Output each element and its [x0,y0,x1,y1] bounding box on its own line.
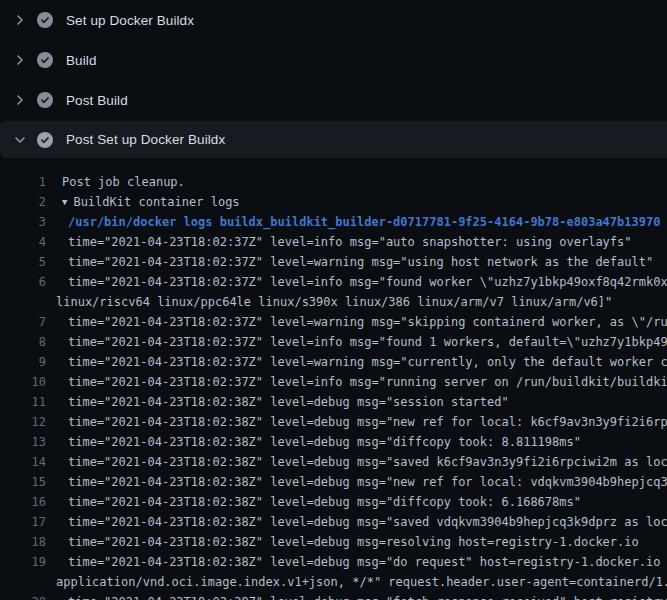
log-line: 1Post job cleanup. [0,172,667,192]
log-text: time="2021-04-23T18:02:37Z" level=info m… [46,332,667,352]
log-text: time="2021-04-23T18:02:38Z" level=debug … [46,552,667,572]
log-line: 2▼BuildKit container logs [0,192,667,212]
log-text-continuation: application/vnd.oci.image.index.v1+json,… [0,572,667,592]
log-text: time="2021-04-23T18:02:38Z" level=debug … [46,412,667,432]
step-label: Post Build [66,93,128,108]
log-text: Post job cleanup. [46,172,185,192]
log-text: time="2021-04-23T18:02:38Z" level=debug … [46,532,639,552]
log-line: 17time="2021-04-23T18:02:38Z" level=debu… [0,512,667,532]
line-number-link[interactable]: 18 [0,532,46,552]
line-number-link[interactable]: 17 [0,512,46,532]
log-text: time="2021-04-23T18:02:37Z" level=info m… [46,272,667,292]
line-number-link[interactable]: 6 [0,272,46,292]
check-circle-icon [37,52,53,68]
line-number-link[interactable]: 12 [0,412,46,432]
triangle-down-icon: ▼ [62,192,67,212]
group-label: BuildKit container logs [73,195,239,209]
log-group-header: ▼BuildKit container logs [46,192,240,212]
line-number-link[interactable]: 14 [0,452,46,472]
line-number-link[interactable]: 3 [0,212,46,232]
log-text: time="2021-04-23T18:02:37Z" level=info m… [46,372,667,392]
check-circle-icon [37,92,53,108]
log-line: 13time="2021-04-23T18:02:38Z" level=debu… [0,432,667,452]
line-number-link[interactable]: 15 [0,472,46,492]
line-number-link[interactable]: 10 [0,372,46,392]
chevron-down-icon [12,132,28,148]
chevron-right-icon [12,52,28,68]
step-header-set-up-docker-buildx[interactable]: Set up Docker Buildx [0,0,667,40]
log-line: 9time="2021-04-23T18:02:37Z" level=warni… [0,352,667,372]
line-number-link[interactable]: 7 [0,312,46,332]
log-text: time="2021-04-23T18:02:38Z" level=debug … [46,512,667,532]
log-line: 3/usr/bin/docker logs buildx_buildkit_bu… [0,212,667,232]
line-number-link[interactable]: 13 [0,432,46,452]
log-line: 6time="2021-04-23T18:02:37Z" level=info … [0,272,667,292]
chevron-right-icon [12,92,28,108]
group-collapse-toggle[interactable]: ▼BuildKit container logs [62,195,240,209]
line-number-link[interactable]: 20 [0,592,46,600]
log-line: 20time="2021-04-23T18:02:38Z" level=debu… [0,592,667,600]
log-command-text: /usr/bin/docker logs buildx_buildkit_bui… [46,212,660,232]
line-number-link[interactable]: 9 [0,352,46,372]
log-text: time="2021-04-23T18:02:38Z" level=debug … [46,452,667,472]
log-line: 19time="2021-04-23T18:02:38Z" level=debu… [0,552,667,572]
line-number-link[interactable]: 4 [0,232,46,252]
log-text: time="2021-04-23T18:02:38Z" level=debug … [46,392,509,412]
log-line: 15time="2021-04-23T18:02:38Z" level=debu… [0,472,667,492]
step-label: Post Set up Docker Buildx [66,132,225,147]
line-number-link[interactable]: 1 [0,172,46,192]
log-text: time="2021-04-23T18:02:37Z" level=info m… [46,232,632,252]
step-header-build[interactable]: Build [0,40,667,80]
log-text: time="2021-04-23T18:02:37Z" level=warnin… [46,352,667,372]
line-number-link[interactable]: 11 [0,392,46,412]
line-number-link[interactable]: 16 [0,492,46,512]
log-text: time="2021-04-23T18:02:38Z" level=debug … [46,592,667,600]
check-circle-icon [37,132,53,148]
log-line: 12time="2021-04-23T18:02:38Z" level=debu… [0,412,667,432]
log-line: 4time="2021-04-23T18:02:37Z" level=info … [0,232,667,252]
line-number-link[interactable]: 8 [0,332,46,352]
step-log-output: 1Post job cleanup.2▼BuildKit container l… [0,158,667,600]
step-header-post-set-up-docker-buildx[interactable]: Post Set up Docker Buildx [0,121,667,158]
line-number-link[interactable]: 19 [0,552,46,572]
step-label: Set up Docker Buildx [66,13,194,28]
chevron-right-icon [12,12,28,28]
log-line: 16time="2021-04-23T18:02:38Z" level=debu… [0,492,667,512]
step-label: Build [66,53,97,68]
log-line: 14time="2021-04-23T18:02:38Z" level=debu… [0,452,667,472]
log-text: time="2021-04-23T18:02:37Z" level=warnin… [46,252,653,272]
log-line: 7time="2021-04-23T18:02:37Z" level=warni… [0,312,667,332]
step-header-post-build[interactable]: Post Build [0,80,667,120]
log-text: time="2021-04-23T18:02:38Z" level=debug … [46,492,581,512]
log-text: time="2021-04-23T18:02:37Z" level=warnin… [46,312,667,332]
log-line: 5time="2021-04-23T18:02:37Z" level=warni… [0,252,667,272]
line-number-link[interactable]: 5 [0,252,46,272]
log-line: 18time="2021-04-23T18:02:38Z" level=debu… [0,532,667,552]
line-number-link[interactable]: 2 [0,192,46,212]
log-line: 11time="2021-04-23T18:02:38Z" level=debu… [0,392,667,412]
log-line: 10time="2021-04-23T18:02:37Z" level=info… [0,372,667,392]
log-text-continuation: linux/riscv64 linux/ppc64le linux/s390x … [0,292,667,312]
log-text: time="2021-04-23T18:02:38Z" level=debug … [46,432,581,452]
log-line: 8time="2021-04-23T18:02:37Z" level=info … [0,332,667,352]
job-steps-list: Set up Docker Buildx Build Post Build Po… [0,0,667,158]
log-text: time="2021-04-23T18:02:38Z" level=debug … [46,472,667,492]
check-circle-icon [37,12,53,28]
